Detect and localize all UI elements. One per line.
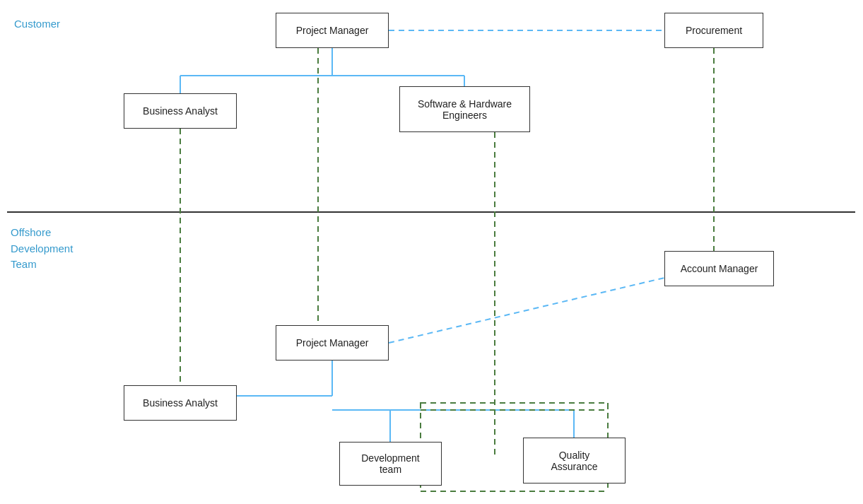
diagram-container: Customer Offshore Development Team Proje… [0, 0, 863, 504]
offshore-label: Offshore Development Team [11, 225, 73, 273]
software-hardware-engineers: Software & Hardware Engineers [399, 86, 530, 132]
customer-label: Customer [14, 18, 60, 30]
procurement: Procurement [664, 13, 763, 48]
account-manager: Account Manager [664, 251, 774, 286]
development-team: Development team [339, 442, 442, 486]
business-analyst-top: Business Analyst [124, 93, 237, 129]
project-manager-top: Project Manager [276, 13, 389, 48]
svg-rect-20 [421, 403, 608, 410]
project-manager-bottom: Project Manager [276, 325, 389, 361]
quality-assurance: Quality Assurance [523, 438, 626, 484]
business-analyst-bottom: Business Analyst [124, 385, 237, 421]
svg-line-12 [389, 278, 664, 343]
